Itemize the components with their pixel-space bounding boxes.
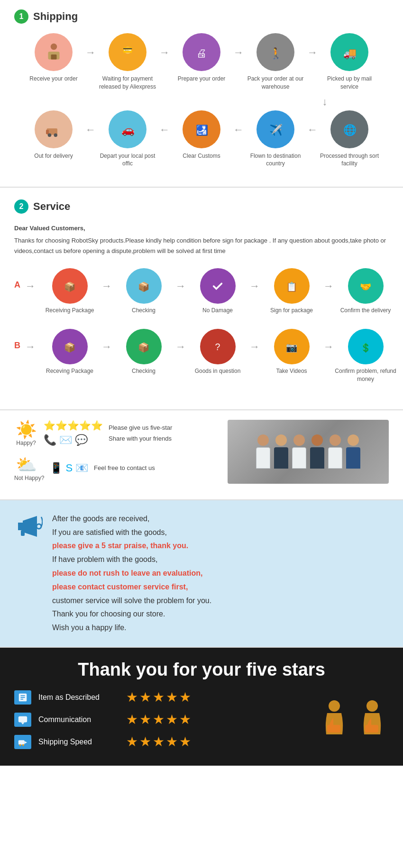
svg-point-39 — [19, 744, 21, 746]
flow-item-pickup: 🚚 Picked up by mail service — [319, 33, 380, 91]
arrow2: → — [158, 46, 171, 59]
arrow8: ← — [306, 124, 319, 136]
payment-label: Waiting for payment released by Aliexpre… — [97, 75, 158, 91]
social-icons-row1: 📞 ✉️ 💬 — [44, 434, 103, 446]
b1-icon: 📦 — [52, 329, 88, 364]
arrow7: ← — [232, 124, 245, 136]
person-1 — [256, 434, 270, 469]
person-5 — [328, 434, 342, 469]
flow-b-item-4: 📷 Take Videos — [261, 329, 322, 375]
shipping-row1: Receive your order → 💳 Waiting for payme… — [14, 33, 389, 91]
svg-rect-37 — [18, 740, 25, 744]
svg-text:?: ? — [215, 342, 220, 352]
comm-icon — [14, 713, 31, 727]
flow-item-sort: 🌐 Processed through sort facility — [319, 110, 380, 168]
svg-rect-44 — [365, 725, 370, 732]
service-message: Dear Valued Customers, Thanks for choosi… — [14, 223, 389, 256]
arrow-down: ↓ — [261, 96, 389, 108]
flow-a-item-5: 🤝 Confirm the delivery — [335, 268, 396, 315]
flown-label: Flown to destination country — [245, 152, 306, 168]
ratings-list: Item as Described ★★★★★ Communication ★★… — [14, 689, 308, 756]
flow-a-item-3: No Damage — [187, 268, 248, 315]
arrow-a3: → — [248, 280, 261, 292]
sun-icon: ☀️ — [14, 420, 38, 440]
megaphone-icon — [14, 512, 43, 546]
outdelivery-label: Out for delivery — [34, 152, 73, 160]
service-title: 2 Service — [14, 199, 389, 214]
a1-label: Receiving Package — [46, 307, 94, 315]
thumbs-area — [318, 699, 389, 747]
person-3 — [292, 434, 306, 469]
service-flow-a-items: 📦 Receiving Package → 📦 Checking → — [39, 268, 396, 315]
customs-label: Clear Customs — [183, 152, 220, 160]
svg-rect-42 — [327, 725, 332, 732]
svg-point-10 — [47, 134, 51, 137]
flow-item-depart: 🚗 Depart your local post offic — [97, 110, 158, 168]
comm-label: Communication — [38, 715, 119, 724]
b3-icon: ? — [200, 329, 236, 364]
svg-text:✈️: ✈️ — [269, 124, 283, 136]
flow-a-item-1: 📦 Receiving Package — [39, 268, 101, 315]
flow-item-outdelivery: Out for delivery — [23, 110, 84, 160]
svg-marker-38 — [25, 741, 27, 744]
pickup-label: Picked up by mail service — [319, 75, 380, 91]
feedback-section: ☀️ Happy? ⭐⭐⭐⭐⭐ 📞 ✉️ 💬 Please give us fi… — [0, 410, 403, 500]
svg-text:🚶: 🚶 — [269, 46, 283, 59]
flow-a-item-2: 📦 Checking — [113, 268, 174, 315]
item-icon — [14, 690, 31, 705]
svg-text:📷: 📷 — [286, 342, 298, 353]
flow-b-item-2: 📦 Checking — [113, 329, 174, 375]
b2-icon: 📦 — [126, 329, 162, 364]
b5-label: Confirm problem, refund money — [335, 367, 396, 383]
flow-a-letter: A — [14, 280, 20, 290]
svg-text:💲: 💲 — [360, 343, 371, 353]
notice-line1: After the goods are received, — [52, 515, 149, 523]
svg-text:📦: 📦 — [64, 342, 76, 353]
service-section: 2 Service Dear Valued Customers, Thanks … — [0, 188, 403, 410]
arrow-b2: → — [174, 341, 187, 353]
svg-point-41 — [329, 700, 340, 712]
svg-rect-29 — [21, 530, 25, 536]
a1-icon: 📦 — [52, 268, 88, 304]
notice-section: After the goods are received, If you are… — [0, 500, 403, 648]
thankyou-title: Thank you for your five stars — [14, 660, 389, 680]
arrow-b3: → — [248, 341, 261, 353]
item-label: Item as Described — [38, 693, 119, 702]
flow-b-letter: B — [14, 341, 20, 351]
b5-icon: 💲 — [348, 329, 384, 364]
thankyou-section: Thank you for your five stars Item as De… — [0, 648, 403, 766]
arrow-a-start: → — [24, 280, 37, 292]
svg-text:🌐: 🌐 — [343, 124, 357, 136]
depart-icon: 🚗 — [109, 110, 147, 148]
email-icon: ✉️ — [59, 434, 72, 446]
nothappy-row: ⛅ Not Happy? 📱 S 📧 Feel free to contact … — [14, 455, 218, 481]
shipping-section: 1 Shipping Receive your order → 💳 — [0, 0, 403, 188]
receive-label: Receive your order — [29, 75, 77, 83]
flow-b-item-5: 💲 Confirm problem, refund money — [335, 329, 396, 383]
b4-label: Take Videos — [276, 367, 307, 375]
phone2-icon: 📱 — [50, 462, 63, 474]
happy-text: Please give us five-star — [109, 424, 172, 431]
notice-line3: please give a 5 star praise, thank you. — [52, 542, 188, 550]
svg-text:🖨: 🖨 — [196, 47, 207, 59]
svg-text:💳: 💳 — [123, 45, 133, 54]
flow-item-customs: 🛃 Clear Customs — [171, 110, 232, 160]
arrow-b4: → — [322, 341, 335, 353]
shipping-title: 1 Shipping — [14, 9, 389, 24]
flow-item-pack: 🚶 Pack your order at our warehouse — [245, 33, 306, 91]
notice-line9: Wish you a happy life. — [52, 624, 127, 632]
a2-icon: 📦 — [126, 268, 162, 304]
happy-label: Happy? — [14, 440, 38, 446]
five-stars: ⭐⭐⭐⭐⭐ — [44, 420, 103, 431]
arrow6: ← — [158, 124, 171, 136]
svg-text:🚚: 🚚 — [343, 46, 357, 59]
svg-rect-35 — [18, 716, 27, 722]
thumb1 — [318, 699, 351, 747]
flow-b-item-1: 📦 Receving Package — [39, 329, 101, 375]
b3-label: Goods in question — [195, 367, 241, 375]
item-stars: ★★★★★ — [126, 689, 191, 705]
notice-text: After the goods are received, If you are… — [52, 512, 211, 635]
a4-label: Sign for package — [270, 307, 313, 315]
share-text: Share with your friends — [109, 435, 172, 442]
prepare-label: Prepare your order — [178, 75, 226, 83]
